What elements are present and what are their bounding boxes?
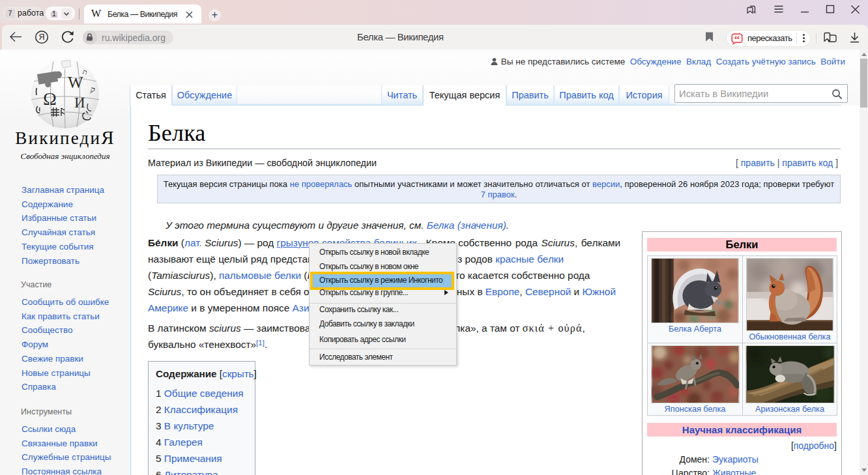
svg-text:1: 1 bbox=[52, 10, 56, 18]
svg-text:И: И bbox=[74, 94, 85, 111]
svg-text:“: “ bbox=[734, 33, 740, 45]
svg-text:W: W bbox=[68, 74, 83, 91]
svg-text:Я: Я bbox=[38, 33, 44, 42]
svg-text:Ω: Ω bbox=[43, 89, 57, 109]
